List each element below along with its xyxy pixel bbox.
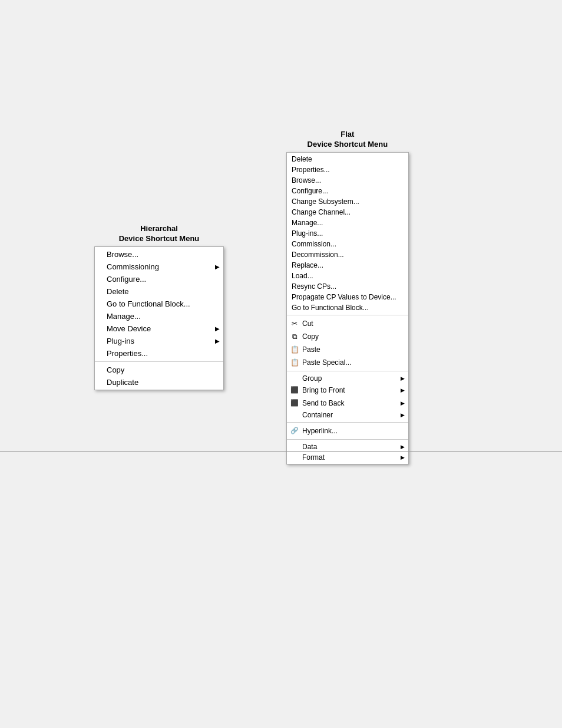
menu-item-manage[interactable]: Manage... — [95, 310, 223, 322]
hierarchal-title-line1: Hierarchal — [140, 224, 178, 233]
separator-1 — [95, 361, 223, 362]
flat-menu-item-properties[interactable]: Properties... — [287, 164, 408, 175]
flat-separator-1 — [287, 315, 408, 315]
flat-menu-item-copy[interactable]: ⧉ Copy — [287, 330, 408, 343]
flat-menu-item-manage[interactable]: Manage... — [287, 218, 408, 228]
hierarchal-title-line2: Device Shortcut Menu — [119, 234, 200, 243]
flat-menu-item-cut[interactable]: ✂ Cut — [287, 317, 408, 330]
flat-menu-item-plug-ins[interactable]: Plug-ins... — [287, 228, 408, 239]
menu-item-copy[interactable]: Copy — [95, 364, 223, 376]
flat-separator-3 — [287, 422, 408, 423]
flat-menu-item-change-channel[interactable]: Change Channel... — [287, 207, 408, 218]
flat-menu-title: Flat Device Shortcut Menu — [286, 130, 409, 150]
flat-menu-item-container[interactable]: Container — [287, 410, 408, 420]
flat-menu-item-send-back[interactable]: ⬛ Send to Back — [287, 397, 408, 410]
flat-menu-item-replace[interactable]: Replace... — [287, 260, 408, 271]
flat-context-menu: Delete Properties... Browse... Configure… — [286, 152, 409, 465]
flat-menu-item-browse[interactable]: Browse... — [287, 175, 408, 186]
copy-icon: ⧉ — [289, 331, 300, 342]
flat-menu-item-propagate[interactable]: Propagate CP Values to Device... — [287, 292, 408, 302]
paste-special-icon: 📋 — [289, 357, 300, 368]
hierarchal-menu-container: Hierarchal Device Shortcut Menu Browse..… — [94, 224, 224, 390]
menu-item-move-device[interactable]: Move Device — [95, 322, 223, 335]
paste-icon: 📋 — [289, 344, 300, 355]
menu-item-browse[interactable]: Browse... — [95, 248, 223, 261]
hierarchal-menu-title: Hierarchal Device Shortcut Menu — [94, 224, 224, 244]
menu-item-duplicate[interactable]: Duplicate — [95, 376, 223, 388]
menu-item-configure[interactable]: Configure... — [95, 273, 223, 285]
flat-title-line2: Device Shortcut Menu — [308, 140, 388, 149]
flat-title-line1: Flat — [340, 130, 354, 139]
menu-item-commissioning[interactable]: Commissioning — [95, 261, 223, 273]
bring-front-icon: ⬛ — [289, 385, 300, 396]
flat-menu-item-decommission[interactable]: Decommission... — [287, 249, 408, 260]
flat-separator-2 — [287, 371, 408, 371]
flat-menu-item-commission[interactable]: Commission... — [287, 239, 408, 249]
flat-menu-item-resync[interactable]: Resync CPs... — [287, 281, 408, 292]
flat-menu-item-delete[interactable]: Delete — [287, 154, 408, 164]
flat-separator-4 — [287, 439, 408, 440]
hyperlink-icon: 🔗 — [289, 426, 300, 436]
hierarchal-context-menu: Browse... Commissioning Configure... Del… — [94, 246, 224, 390]
flat-menu-item-format[interactable]: Format — [287, 452, 408, 463]
flat-menu-item-bring-front[interactable]: ⬛ Bring to Front — [287, 384, 408, 397]
flat-menu-item-change-subsystem[interactable]: Change Subsystem... — [287, 196, 408, 207]
menu-item-plug-ins[interactable]: Plug-ins — [95, 335, 223, 347]
menu-item-go-functional-block[interactable]: Go to Functional Block... — [95, 298, 223, 310]
page-divider — [0, 451, 562, 452]
flat-menu-item-group[interactable]: Group — [287, 373, 408, 384]
flat-menu-item-hyperlink[interactable]: 🔗 Hyperlink... — [287, 424, 408, 437]
menu-item-delete[interactable]: Delete — [95, 285, 223, 298]
flat-menu-item-paste-special[interactable]: 📋 Paste Special... — [287, 356, 408, 369]
menu-item-properties[interactable]: Properties... — [95, 347, 223, 360]
send-back-icon: ⬛ — [289, 398, 300, 409]
flat-menu-item-paste[interactable]: 📋 Paste — [287, 343, 408, 356]
scissors-icon: ✂ — [289, 318, 300, 329]
flat-menu-item-go-functional[interactable]: Go to Functional Block... — [287, 302, 408, 313]
flat-menu-item-configure[interactable]: Configure... — [287, 186, 408, 196]
flat-menu-item-load[interactable]: Load... — [287, 271, 408, 281]
flat-menu-container: Flat Device Shortcut Menu Delete Propert… — [286, 130, 409, 465]
